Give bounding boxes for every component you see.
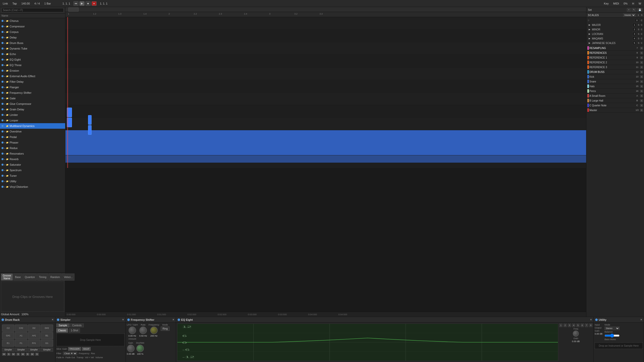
sidebar-item-gate[interactable]: ▸ 📁 Gate — [0, 96, 65, 101]
scale-s-1[interactable]: S — [638, 28, 639, 31]
sidebar-item-redux[interactable]: ▸ 📁 Redux — [0, 145, 65, 151]
groove-tab-4[interactable]: Random — [49, 274, 62, 281]
m3-btn[interactable]: M — [21, 353, 25, 356]
sidebar-item-tuner[interactable]: ▸ 📁 Tuner — [0, 173, 65, 178]
sidebar-item-frequency-shifter[interactable]: ▸ 📁 Frequency Shifter — [0, 90, 65, 96]
scale-num-0[interactable]: 1 — [632, 23, 636, 27]
drum-pad-As1[interactable]: A#1 — [28, 332, 40, 339]
link-btn[interactable]: Link — [2, 2, 9, 6]
sidebar-item-grain-delay[interactable]: ▸ 📁 Grain Delay — [0, 107, 65, 112]
eq-band-1[interactable]: 1 — [559, 324, 562, 327]
scale-num-3[interactable]: 4 — [632, 37, 636, 40]
track-solo-btn-10[interactable]: S — [640, 95, 643, 97]
sub-instrument-1[interactable]: Simpler — [15, 348, 27, 352]
trigger-btn[interactable]: TRIGGER — [68, 347, 81, 351]
track-solo-btn-11[interactable]: S — [640, 99, 643, 102]
oneshot-mode-btn[interactable]: 1-Shot — [69, 328, 80, 333]
track-solo-btn-12[interactable]: S — [640, 104, 643, 107]
freq-shifter-close[interactable]: ✕ — [172, 318, 174, 321]
eq-band-6[interactable]: 6 — [581, 324, 584, 327]
drum-pad-F1[interactable]: F1 — [15, 340, 27, 347]
drum-pad-B1[interactable]: B1 — [41, 332, 53, 339]
lfo-knob[interactable] — [129, 327, 136, 334]
rewind-btn[interactable]: ⏮ — [73, 1, 78, 6]
scale-play-4[interactable]: ▶ — [588, 41, 591, 44]
utility-close[interactable]: ✕ — [640, 318, 642, 321]
drum-pad-Ds2[interactable]: D#2 — [41, 325, 53, 332]
sidebar-item-vinyl-distortion[interactable]: ▸ 📁 Vinyl Distortion — [0, 184, 65, 190]
clip-3[interactable] — [88, 115, 92, 125]
bpm-display[interactable]: 140.00 — [20, 2, 31, 6]
sidebar-item-dynamic-tube[interactable]: ▸ 📁 Dynamic Tube — [0, 46, 65, 51]
drum-rack-close[interactable]: ✕ — [52, 318, 54, 321]
track-solo-btn-7[interactable]: S — [640, 80, 643, 83]
drum-pad-Fs1[interactable]: F#1 — [28, 340, 40, 347]
eq-band-8[interactable]: 8 — [589, 324, 592, 327]
groove-tab-2[interactable]: Quantize — [23, 274, 37, 281]
scale-s-3[interactable]: S — [638, 37, 639, 40]
s3-btn[interactable]: S — [26, 353, 29, 356]
eq-band-5[interactable]: 5 — [576, 324, 580, 327]
scale-num-2[interactable]: 3 — [632, 32, 636, 36]
filter-type-select[interactable]: Clean ▼ — [63, 352, 77, 355]
drum-pad-A1[interactable]: A1 — [15, 332, 27, 339]
scale-s-2[interactable]: S — [638, 33, 639, 35]
snap-btn[interactable]: SNAP — [82, 347, 91, 351]
drywet-knob[interactable] — [136, 345, 144, 352]
wide-clip-2[interactable] — [65, 155, 586, 163]
sidebar-item-overdrive[interactable]: ▸ 📁 Overdrive — [0, 129, 65, 134]
scale-s-0[interactable]: S — [638, 24, 639, 26]
scale-num-1[interactable]: 2 — [632, 28, 636, 31]
bar-display[interactable]: 1 Bar — [43, 2, 52, 6]
set-edit-btn[interactable]: ✎ — [632, 8, 636, 12]
sidebar-item-resonators[interactable]: ▸ 📁 Resonators — [0, 151, 65, 156]
scale-num-4[interactable]: 5 — [632, 41, 636, 45]
sidebar-item-phaser[interactable]: ▸ 📁 Phaser — [0, 140, 65, 145]
playhead-pos[interactable] — [68, 8, 78, 12]
groove-tab-1[interactable]: Base — [13, 274, 23, 281]
sidebar-item-looper[interactable]: ▸ 📁 Looper — [0, 118, 65, 123]
eq-band-2[interactable]: 2 — [564, 324, 567, 327]
drum-pad-E1[interactable]: E1 — [2, 340, 14, 347]
track-solo-btn-8[interactable]: S — [640, 85, 643, 88]
groove-tab-0[interactable]: Groove Name — [1, 274, 13, 281]
set-new-btn[interactable]: + — [627, 8, 631, 12]
scale-play-3[interactable]: ▶ — [588, 37, 591, 40]
stop-btn[interactable]: ■ — [86, 1, 91, 6]
sub-instrument-3[interactable]: Simpler — [41, 348, 53, 352]
eq-display[interactable]: 12 6 0 -6 -12 — [177, 324, 558, 361]
search-input[interactable] — [2, 8, 64, 12]
balance-slider[interactable] — [605, 334, 620, 338]
sidebar-item-utility[interactable]: ▸ 📁 Utility — [0, 178, 65, 184]
drum-pad-C2[interactable]: C2 — [2, 325, 14, 332]
sidebar-item-filter-delay[interactable]: ▸ 📁 Filter Delay — [0, 79, 65, 84]
track-solo-btn-4[interactable]: S — [640, 66, 643, 69]
sidebar-item-drum-buss[interactable]: ▸ 📁 Drum Buss — [0, 40, 65, 46]
eq-band-4[interactable]: 4 — [572, 324, 575, 327]
controls-tab[interactable]: Controls — [70, 324, 84, 327]
sidebar-item-external-audio-effect[interactable]: ▸ 📁 External Audio Effect — [0, 73, 65, 79]
sidebar-item-flanger[interactable]: ▸ 📁 Flanger — [0, 84, 65, 90]
track-solo-btn-0[interactable]: S — [640, 47, 643, 50]
m4-btn[interactable]: M — [30, 353, 34, 356]
track-solo-btn-5[interactable]: S — [640, 71, 643, 73]
drum-pad-D2[interactable]: D2 — [28, 325, 40, 332]
scale-s-4[interactable]: S — [638, 42, 639, 44]
sidebar-item-compressor[interactable]: ▸ 📁 Compressor — [0, 24, 65, 29]
sidebar-item-erosion[interactable]: ▸ 📁 Erosion — [0, 68, 65, 73]
master-select[interactable]: Master — [623, 13, 636, 17]
sample-drop-zone[interactable]: Drop Sample Here — [56, 334, 125, 346]
eq-freq-knob[interactable] — [573, 331, 579, 337]
sidebar-item-eq-eight[interactable]: ▸ 📁 EQ Eight — [0, 57, 65, 62]
clip-4[interactable] — [88, 125, 92, 135]
instrument-drop-zone[interactable]: Drop an Instrument or Sample Here — [595, 343, 643, 349]
tap-btn[interactable]: Tap — [11, 2, 18, 6]
scale-play-2[interactable]: ▶ — [588, 32, 591, 35]
sidebar-item-multiband-dynamics[interactable]: ▸ 📁 Multiband Dynamics — [0, 123, 65, 129]
m-btn[interactable]: M — [2, 353, 6, 356]
track-solo-btn-6[interactable]: S — [640, 75, 643, 78]
s4-btn[interactable]: S — [35, 353, 39, 356]
track-solo-btn-1[interactable]: S — [640, 52, 643, 54]
sidebar-item-echo[interactable]: ▸ 📁 Echo — [0, 51, 65, 57]
eq-close[interactable]: ✕ — [590, 318, 592, 321]
